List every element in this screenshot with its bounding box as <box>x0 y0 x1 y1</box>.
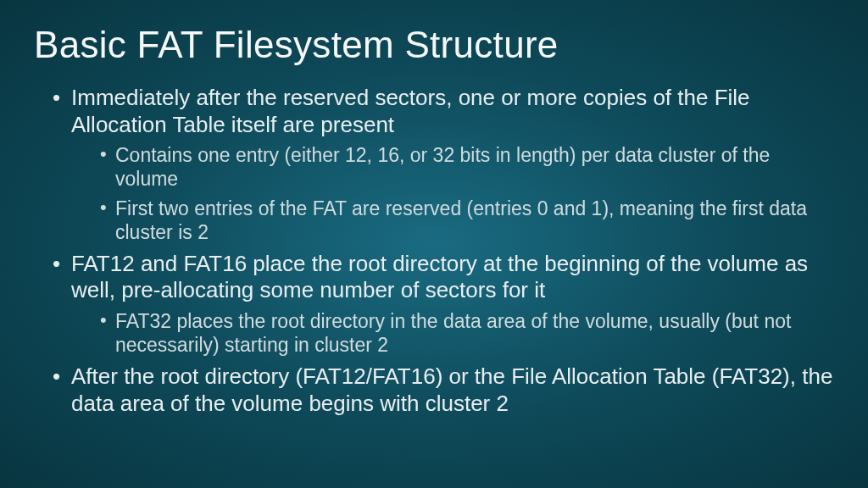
slide-title: Basic FAT Filesystem Structure <box>34 24 834 66</box>
list-item: FAT32 places the root directory in the d… <box>103 309 834 357</box>
sub-bullet-list: Contains one entry (either 12, 16, or 32… <box>71 143 834 243</box>
list-item: First two entries of the FAT are reserve… <box>103 197 834 244</box>
list-item: FAT12 and FAT16 place the root directory… <box>58 251 834 358</box>
bullet-text: After the root directory (FAT12/FAT16) o… <box>71 363 832 416</box>
slide: Basic FAT Filesystem Structure Immediate… <box>0 0 868 488</box>
list-item: After the root directory (FAT12/FAT16) o… <box>58 363 834 417</box>
bullet-text: First two entries of the FAT are reserve… <box>115 197 807 243</box>
bullet-text: FAT12 and FAT16 place the root directory… <box>71 251 808 303</box>
bullet-text: FAT32 places the root directory in the d… <box>115 310 791 356</box>
bullet-text: Immediately after the reserved sectors, … <box>71 85 750 137</box>
list-item: Contains one entry (either 12, 16, or 32… <box>103 143 834 191</box>
bullet-text: Contains one entry (either 12, 16, or 32… <box>115 144 770 190</box>
sub-bullet-list: FAT32 places the root directory in the d… <box>71 309 834 357</box>
list-item: Immediately after the reserved sectors, … <box>58 85 834 244</box>
bullet-list: Immediately after the reserved sectors, … <box>34 85 834 418</box>
